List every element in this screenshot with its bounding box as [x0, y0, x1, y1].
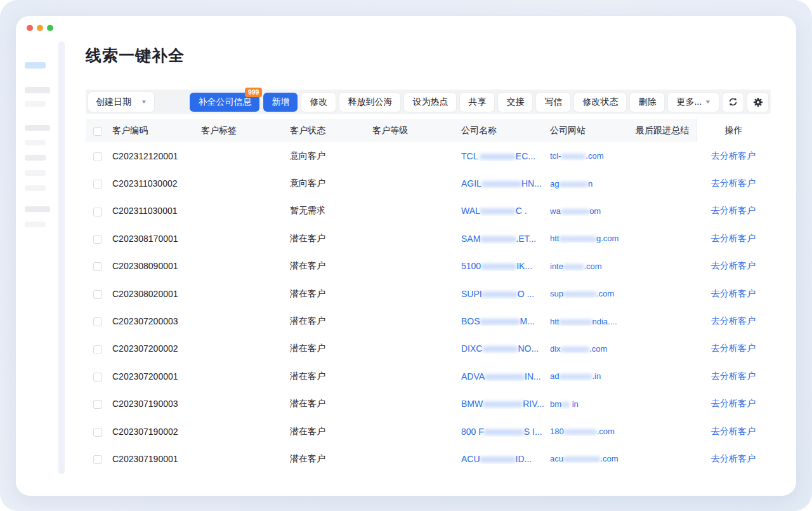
- row-checkbox[interactable]: [93, 235, 102, 244]
- row-checkbox[interactable]: [93, 428, 102, 437]
- column-header-customer-code[interactable]: 客户编码: [106, 125, 195, 136]
- company-name-link[interactable]: SUPIxxxxxxxxO ...: [455, 289, 544, 299]
- operations-cell: 去分析客户: [696, 288, 771, 300]
- column-header-customer-status[interactable]: 客户状态: [284, 125, 366, 136]
- row-checkbox[interactable]: [93, 317, 102, 326]
- operations-cell: 去分析客户: [696, 178, 771, 189]
- minimize-window-button[interactable]: [37, 25, 43, 31]
- toolbar-button-release-to-public-pool[interactable]: 释放到公海: [339, 93, 400, 112]
- website-visible-tail: .in: [592, 371, 601, 381]
- row-checkbox-cell: [86, 178, 106, 189]
- company-name-link[interactable]: 5100xxxxxxxxIK...: [455, 261, 544, 271]
- column-header-last-followup[interactable]: 最后跟进总结: [629, 125, 696, 136]
- company-name-visible: 5100: [461, 261, 481, 271]
- website-visible-tail: .com: [586, 151, 603, 161]
- company-name-link[interactable]: WALxxxxxxxxC .: [455, 206, 544, 216]
- customer-code: C202307190002: [106, 427, 195, 437]
- analyze-customer-link[interactable]: 去分析客户: [711, 398, 756, 409]
- company-name-link[interactable]: TCL xxxxxxxxEC...: [455, 151, 544, 161]
- toolbar-button-more[interactable]: 更多...▼: [668, 93, 719, 112]
- analyze-customer-link[interactable]: 去分析客户: [711, 453, 756, 465]
- row-checkbox[interactable]: [93, 262, 102, 271]
- customer-code: C202312120001: [106, 151, 195, 161]
- table-row: C202311030002意向客户AGILxxxxxxxxxHN...agxxx…: [86, 169, 771, 197]
- analyze-customer-link[interactable]: 去分析客户: [711, 150, 756, 162]
- row-checkbox[interactable]: [93, 373, 102, 382]
- column-header-company-name[interactable]: 公司名称: [455, 125, 544, 136]
- refresh-icon: [728, 96, 738, 107]
- row-checkbox[interactable]: [93, 290, 102, 299]
- analyze-customer-link[interactable]: 去分析客户: [711, 205, 756, 216]
- page-title: 线索一键补全: [86, 45, 771, 66]
- company-website-link[interactable]: acuxxxxxxxxx.com: [544, 454, 629, 463]
- toolbar-button-set-as-hot[interactable]: 设为热点: [404, 93, 456, 112]
- table-row: C202307190001潜在客户ACUxxxxxxxxID...acuxxxx…: [86, 445, 771, 472]
- company-name-link[interactable]: DIXCxxxxxxxxNO...: [455, 343, 544, 354]
- column-header-customer-tag[interactable]: 客户标签: [195, 125, 284, 136]
- toolbar-button-change-status[interactable]: 修改状态: [574, 93, 626, 112]
- button-label: 交接: [506, 96, 524, 108]
- company-name-link[interactable]: ACUxxxxxxxxID...: [455, 454, 544, 464]
- column-header-company-website[interactable]: 公司网站: [544, 125, 629, 136]
- select-all-checkbox[interactable]: [93, 127, 102, 136]
- refresh-button[interactable]: [723, 93, 743, 112]
- row-checkbox[interactable]: [93, 180, 102, 189]
- company-website-link[interactable]: httxxxxxxxxxg.com: [544, 234, 629, 243]
- company-website-link[interactable]: intexxxxx.com: [544, 262, 629, 271]
- settings-button[interactable]: [747, 93, 768, 112]
- maximize-window-button[interactable]: [47, 25, 53, 31]
- company-website-link[interactable]: bmxx in: [544, 399, 629, 409]
- company-name-link[interactable]: BMWxxxxxxxxxRIV...: [455, 399, 544, 409]
- customer-status: 潜在客户: [284, 288, 366, 300]
- analyze-customer-link[interactable]: 去分析客户: [711, 233, 756, 244]
- analyze-customer-link[interactable]: 去分析客户: [711, 178, 756, 189]
- table-row: C202307200003潜在客户BOSxxxxxxxxxM...httxxxx…: [86, 307, 771, 335]
- company-website-link[interactable]: agxxxxxxxn: [544, 179, 629, 189]
- analyze-customer-link[interactable]: 去分析客户: [711, 371, 756, 382]
- company-name-link[interactable]: ADVAxxxxxxxxxIN...: [455, 371, 544, 382]
- customer-status: 意向客户: [284, 178, 366, 189]
- sidebar-skeleton-bar: [25, 125, 50, 131]
- close-window-button[interactable]: [27, 25, 33, 31]
- analyze-customer-link[interactable]: 去分析客户: [711, 426, 756, 437]
- company-website-link[interactable]: tcl-xxxxxx.com: [544, 151, 629, 161]
- toolbar-button-share[interactable]: 共享: [460, 93, 494, 112]
- analyze-customer-link[interactable]: 去分析客户: [711, 288, 756, 300]
- analyze-customer-link[interactable]: 去分析客户: [711, 315, 756, 327]
- company-website-link[interactable]: waxxxxxxxom: [544, 206, 629, 216]
- company-name-link[interactable]: SAMxxxxxxxx.ET...: [455, 234, 544, 244]
- column-header-customer-level[interactable]: 客户等级: [366, 125, 455, 136]
- website-visible-tail: om: [589, 206, 601, 216]
- analyze-customer-link[interactable]: 去分析客户: [711, 343, 756, 354]
- toolbar-button-complete-company-info[interactable]: 补全公司信息999: [190, 93, 259, 112]
- row-checkbox[interactable]: [93, 345, 102, 354]
- company-name-link[interactable]: AGILxxxxxxxxxHN...: [455, 178, 544, 189]
- date-filter-dropdown[interactable]: 创建日期 ▼: [88, 92, 154, 112]
- company-website-link[interactable]: adxxxxxxxx.in: [544, 371, 629, 381]
- operations-cell: 去分析客户: [696, 260, 771, 272]
- button-label: 修改状态: [582, 96, 618, 108]
- row-checkbox[interactable]: [93, 208, 102, 216]
- row-checkbox-cell: [86, 399, 106, 409]
- row-checkbox[interactable]: [93, 400, 102, 409]
- customer-code: C202307200001: [106, 371, 195, 382]
- toolbar-button-write-email[interactable]: 写信: [536, 93, 570, 112]
- company-name-link[interactable]: 800 FxxxxxxxxxS I...: [455, 427, 544, 437]
- analyze-customer-link[interactable]: 去分析客户: [711, 260, 756, 272]
- company-name-visible-tail: S I...: [524, 427, 542, 437]
- company-website-link[interactable]: 180xxxxxxxx.com: [544, 427, 629, 436]
- toolbar-button-handover[interactable]: 交接: [498, 93, 532, 112]
- company-name-link[interactable]: BOSxxxxxxxxxM...: [455, 316, 544, 326]
- toolbar-button-add-new[interactable]: 新增: [263, 93, 298, 112]
- website-visible-tail: .com: [597, 427, 615, 436]
- row-checkbox[interactable]: [93, 455, 102, 464]
- company-name-visible-tail: NO...: [518, 343, 539, 354]
- toolbar-button-edit[interactable]: 修改: [301, 93, 336, 112]
- company-website-link[interactable]: dixxxxxxxx.com: [544, 344, 629, 354]
- company-website-link[interactable]: supxxxxxxxx.com: [544, 289, 629, 298]
- company-website-link[interactable]: httxxxxxxxxndia....: [544, 317, 629, 326]
- website-visible: wa: [550, 206, 561, 216]
- row-checkbox[interactable]: [93, 152, 102, 161]
- toolbar-button-delete[interactable]: 删除: [630, 93, 664, 112]
- table-header: 客户编码 客户标签 客户状态 客户等级 公司名称 公司网站 最后跟进总结 操作: [86, 119, 771, 142]
